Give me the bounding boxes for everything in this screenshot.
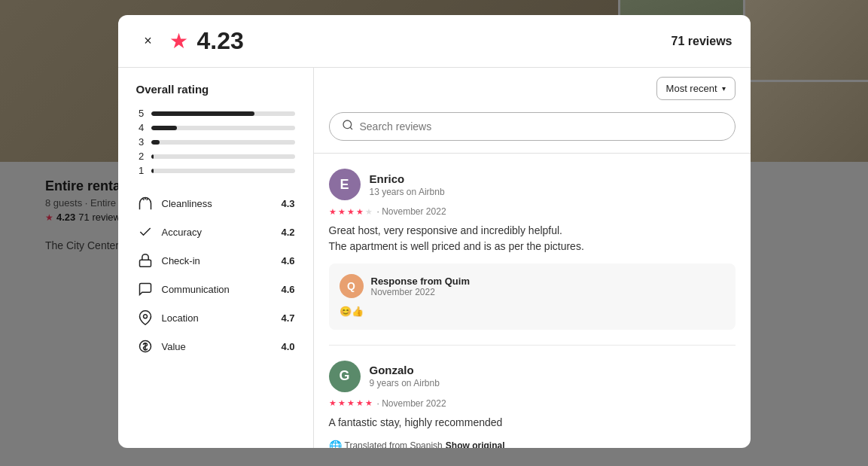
ratings-panel: Overall rating 5 4 [118, 68, 314, 448]
checkin-score: 4.6 [281, 255, 294, 267]
cleanliness-icon [136, 194, 154, 212]
review-rating-gonzalo: ★ ★ ★ ★ ★ · November 2022 [329, 398, 736, 409]
bar-num-3: 3 [136, 136, 147, 148]
review-date-gonzalo: · November 2022 [377, 398, 446, 409]
checkin-icon [136, 251, 154, 270]
star-3: ★ [347, 207, 355, 217]
star-g2: ★ [338, 398, 346, 408]
response-header-enrico: Q Response from Quim November 2022 [340, 274, 725, 298]
translated-from-label: Translated from Spanish [345, 440, 443, 449]
modal-title-area: ★ 4.23 [169, 27, 244, 55]
star-4: ★ [356, 207, 364, 217]
avatar-enrico: E [329, 169, 361, 200]
review-rating-enrico: ★ ★ ★ ★ ★ · November 2022 [329, 206, 736, 217]
svg-point-1 [143, 315, 147, 318]
bar-track-1 [151, 169, 295, 173]
accuracy-info: Accuracy [162, 227, 274, 238]
review-stars-enrico: ★ ★ ★ ★ ★ [329, 207, 373, 217]
checkin-info: Check-in [162, 255, 274, 267]
bar-num-2: 2 [136, 151, 147, 162]
value-info: Value [162, 341, 274, 352]
search-icon [342, 119, 354, 134]
bar-row-5: 5 [136, 108, 295, 119]
review-text-gonzalo: A fantastic stay, highly recommended [329, 415, 736, 431]
review-header-enrico: E Enrico 13 years on Airbnb [329, 169, 736, 200]
value-score: 4.0 [281, 341, 294, 352]
reviewer-name-enrico: Enrico [370, 172, 736, 185]
location-label: Location [162, 312, 274, 324]
star-1: ★ [329, 207, 337, 217]
location-info: Location [162, 312, 274, 324]
review-text-enrico: Great host, very responsive and incredib… [329, 223, 736, 254]
bar-fill-2 [151, 154, 154, 159]
bar-track-4 [151, 126, 295, 130]
response-text-enrico: 😊👍 [340, 304, 725, 319]
svg-point-3 [343, 120, 352, 129]
bar-track-2 [151, 154, 295, 159]
cleanliness-info: Cleanliness [162, 198, 274, 209]
modal-score: 4.23 [197, 27, 244, 55]
category-accuracy: Accuracy 4.2 [136, 223, 295, 241]
chevron-down-icon: ▾ [722, 84, 726, 93]
communication-icon [136, 280, 154, 298]
modal-header: × ★ 4.23 71 reviews [118, 15, 751, 68]
star-g1: ★ [329, 398, 337, 408]
category-value: Value 4.0 [136, 337, 295, 355]
show-original-link[interactable]: Show original [446, 440, 505, 449]
reviewer-meta-enrico: 13 years on Airbnb [370, 187, 736, 197]
category-communication: Communication 4.6 [136, 280, 295, 298]
sort-button[interactable]: Most recent ▾ [656, 77, 736, 100]
overall-rating-label: Overall rating [136, 83, 295, 96]
search-bar [329, 112, 736, 141]
modal-reviews-count: 71 reviews [672, 35, 732, 48]
star-5: ★ [365, 207, 373, 217]
accuracy-icon [136, 223, 154, 241]
category-checkin: Check-in 4.6 [136, 251, 295, 270]
translate-icon-gonzalo: 🌐 [329, 440, 342, 449]
star-g3: ★ [347, 398, 355, 408]
bar-row-4: 4 [136, 122, 295, 133]
communication-info: Communication [162, 284, 274, 295]
bar-track-5 [151, 111, 295, 116]
review-stars-gonzalo: ★ ★ ★ ★ ★ [329, 398, 373, 408]
modal-body: Overall rating 5 4 [118, 68, 751, 448]
response-avatar-enrico: Q [340, 274, 364, 298]
response-date-enrico: November 2022 [371, 287, 725, 297]
reviews-modal: × ★ 4.23 71 reviews Overall rating 5 [118, 15, 751, 448]
cleanliness-label: Cleanliness [162, 198, 274, 209]
bar-num-5: 5 [136, 108, 147, 119]
star-g5: ★ [365, 398, 373, 408]
close-button[interactable]: × [136, 29, 160, 53]
location-score: 4.7 [281, 312, 294, 324]
bar-row-3: 3 [136, 136, 295, 148]
reviews-panel: Most recent ▾ [314, 68, 751, 448]
response-info-enrico: Response from Quim November 2022 [371, 276, 725, 297]
value-label: Value [162, 341, 274, 352]
accuracy-label: Accuracy [162, 227, 274, 238]
bar-num-4: 4 [136, 122, 147, 133]
sort-label: Most recent [666, 83, 717, 94]
reviews-top-bar: Most recent ▾ [314, 68, 751, 100]
svg-rect-0 [139, 260, 151, 267]
modal-star-icon: ★ [169, 29, 188, 53]
search-input[interactable] [360, 120, 723, 132]
category-cleanliness: Cleanliness 4.3 [136, 194, 295, 212]
modal-overlay: × ★ 4.23 71 reviews Overall rating 5 [0, 0, 868, 466]
category-ratings: Cleanliness 4.3 Accuracy 4. [136, 194, 295, 355]
close-icon: × [144, 33, 152, 49]
reviewer-info-gonzalo: Gonzalo 9 years on Airbnb [370, 364, 736, 388]
search-wrapper [314, 100, 751, 154]
reviewer-name-gonzalo: Gonzalo [370, 364, 736, 376]
review-header-gonzalo: G Gonzalo 9 years on Airbnb [329, 361, 736, 392]
bar-row-2: 2 [136, 151, 295, 162]
reviews-list: E Enrico 13 years on Airbnb ★ ★ ★ [314, 154, 751, 448]
bar-fill-4 [151, 126, 177, 130]
bar-fill-1 [151, 169, 154, 173]
reviewer-info-enrico: Enrico 13 years on Airbnb [370, 172, 736, 197]
cleanliness-score: 4.3 [281, 198, 294, 209]
response-label-enrico: Response from Quim [371, 276, 725, 287]
avatar-placeholder-gonzalo: G [329, 361, 361, 392]
translated-note-gonzalo: 🌐 Translated from Spanish Show original [329, 440, 736, 449]
bar-fill-3 [151, 140, 160, 145]
star-g4: ★ [356, 398, 364, 408]
